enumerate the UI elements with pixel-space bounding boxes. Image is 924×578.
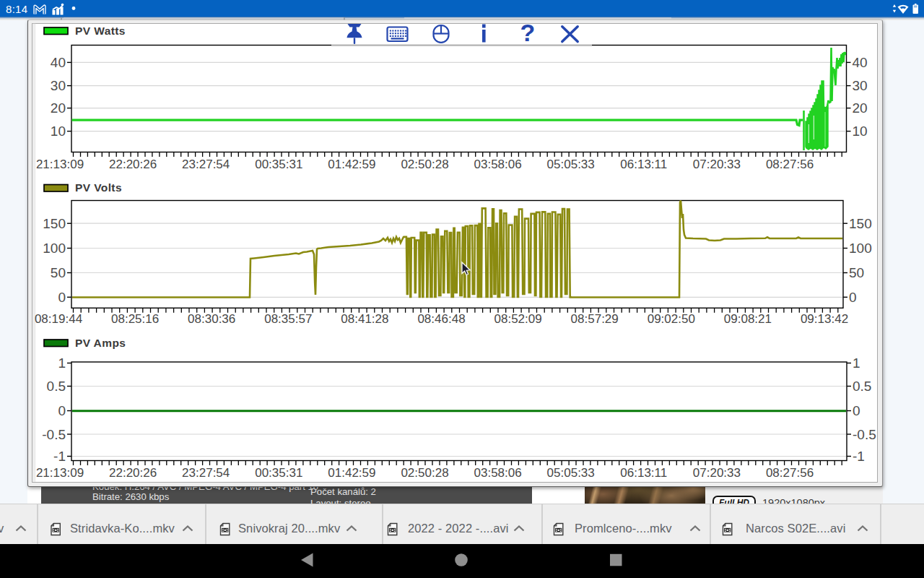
svg-text:0: 0 <box>58 290 66 305</box>
svg-text:-1: -1 <box>853 449 865 464</box>
svg-text:40: 40 <box>51 55 66 70</box>
svg-text:10: 10 <box>853 124 868 139</box>
svg-text:1: 1 <box>853 355 860 371</box>
svg-text:10: 10 <box>51 124 66 139</box>
svg-text:0: 0 <box>58 403 66 418</box>
svg-text:0: 0 <box>849 290 857 305</box>
svg-text:-1: -1 <box>53 449 66 464</box>
svg-text:08:52:09: 08:52:09 <box>494 312 542 326</box>
svg-text:0.5: 0.5 <box>47 379 66 394</box>
svg-text:21:13:09: 21:13:09 <box>36 158 84 171</box>
svg-text:05:05:33: 05:05:33 <box>547 466 595 480</box>
svg-text:23:27:54: 23:27:54 <box>182 466 230 480</box>
svg-text:03:58:06: 03:58:06 <box>474 466 522 480</box>
svg-text:06:13:11: 06:13:11 <box>620 158 667 171</box>
svg-text:08:35:57: 08:35:57 <box>264 312 312 326</box>
svg-text:08:27:56: 08:27:56 <box>766 466 814 480</box>
svg-text:00:35:31: 00:35:31 <box>255 466 302 480</box>
svg-text:50: 50 <box>51 265 66 280</box>
svg-text:02:50:28: 02:50:28 <box>401 466 448 480</box>
svg-text:100: 100 <box>43 241 66 256</box>
svg-text:22:20:26: 22:20:26 <box>109 466 157 480</box>
svg-text:07:20:33: 07:20:33 <box>693 158 741 171</box>
svg-text:-0.5: -0.5 <box>853 427 876 442</box>
svg-text:0: 0 <box>853 403 860 418</box>
svg-text:PV Amps: PV Amps <box>75 337 126 349</box>
svg-text:-0.5: -0.5 <box>42 427 66 442</box>
svg-text:30: 30 <box>853 78 868 93</box>
svg-text:1: 1 <box>58 355 66 371</box>
svg-text:0.5: 0.5 <box>853 379 871 394</box>
svg-text:08:41:28: 08:41:28 <box>341 312 388 326</box>
svg-text:30: 30 <box>51 78 66 93</box>
svg-text:08:57:29: 08:57:29 <box>571 312 619 326</box>
svg-text:09:08:21: 09:08:21 <box>724 312 772 326</box>
svg-text:07:20:33: 07:20:33 <box>693 466 741 480</box>
svg-text:23:27:54: 23:27:54 <box>182 158 230 171</box>
svg-text:09:13:42: 09:13:42 <box>801 312 848 326</box>
svg-text:06:13:11: 06:13:11 <box>620 466 667 480</box>
svg-text:150: 150 <box>849 216 872 231</box>
svg-text:PV Volts: PV Volts <box>75 181 122 194</box>
svg-text:22:20:26: 22:20:26 <box>109 158 157 171</box>
svg-text:08:27:56: 08:27:56 <box>766 158 814 171</box>
svg-text:20: 20 <box>51 100 66 116</box>
svg-text:08:25:16: 08:25:16 <box>111 312 159 326</box>
svg-text:50: 50 <box>849 265 864 280</box>
svg-text:?: ? <box>520 19 536 46</box>
svg-text:03:58:06: 03:58:06 <box>474 158 522 171</box>
svg-text:09:02:50: 09:02:50 <box>648 312 695 326</box>
svg-text:01:42:59: 01:42:59 <box>328 158 375 171</box>
svg-text:08:46:48: 08:46:48 <box>417 312 465 326</box>
svg-text:150: 150 <box>43 216 66 231</box>
svg-text:20: 20 <box>853 100 868 116</box>
svg-text:40: 40 <box>853 55 868 70</box>
svg-text:05:05:33: 05:05:33 <box>547 158 595 171</box>
svg-text:100: 100 <box>849 241 872 256</box>
svg-text:08:19:44: 08:19:44 <box>35 312 82 326</box>
svg-text:02:50:28: 02:50:28 <box>401 158 448 171</box>
svg-text:08:30:36: 08:30:36 <box>188 312 235 326</box>
svg-text:PV Watts: PV Watts <box>75 25 126 37</box>
svg-text:21:13:09: 21:13:09 <box>36 466 84 480</box>
svg-text:00:35:31: 00:35:31 <box>255 158 302 171</box>
svg-text:01:42:59: 01:42:59 <box>328 466 375 480</box>
